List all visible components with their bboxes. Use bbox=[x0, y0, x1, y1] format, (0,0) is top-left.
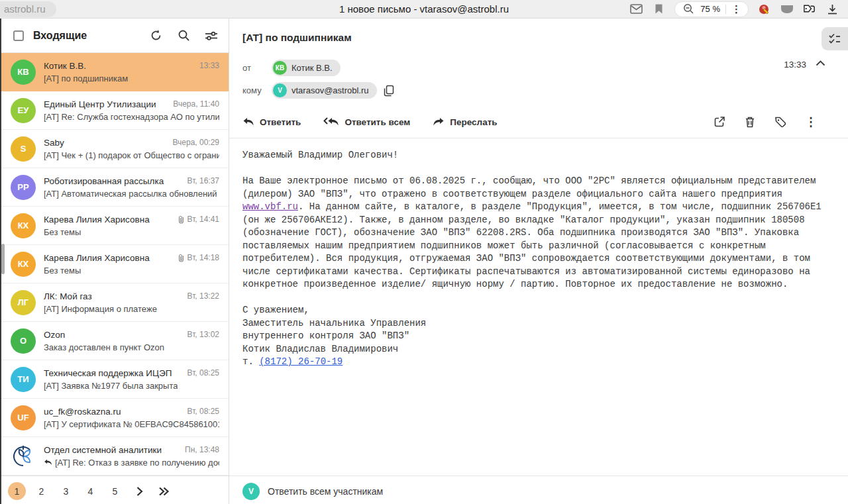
delete-icon[interactable] bbox=[743, 115, 757, 128]
sender-avatar: UF bbox=[11, 405, 36, 430]
email-time: Вт, 08:25 bbox=[187, 368, 219, 378]
email-time: Вт, 16:37 bbox=[187, 176, 219, 185]
page-zoom-control: 75 % ⋮ bbox=[674, 1, 749, 17]
quick-reply-bar[interactable]: V Ответить всем участникам bbox=[229, 476, 848, 504]
email-sender: Карева Лилия Харисовна bbox=[44, 253, 172, 263]
email-sender: uc_fk@roskazna.ru bbox=[44, 407, 182, 417]
mail-icon[interactable] bbox=[629, 3, 643, 16]
sender-avatar: O bbox=[11, 328, 36, 354]
email-time: Пн, 13:48 bbox=[185, 445, 219, 454]
sender-avatar: КХ bbox=[11, 252, 36, 277]
email-sender: Котик В.В. bbox=[44, 61, 194, 71]
message-subject: [АТ] по подшипникам bbox=[242, 32, 833, 44]
address-bar[interactable]: astrobl.ru bbox=[0, 1, 56, 17]
extension-tags-icon[interactable] bbox=[803, 3, 816, 16]
copy-address-icon[interactable] bbox=[384, 85, 394, 97]
forward-button[interactable]: Переслать bbox=[433, 117, 497, 127]
phone-link[interactable]: (8172) 26-70-19 bbox=[259, 356, 343, 367]
inbox-sidebar: Входящие КВ Котик В.В. bbox=[1, 19, 229, 504]
from-avatar: КВ bbox=[273, 61, 287, 75]
page-button-3[interactable]: 3 bbox=[57, 482, 75, 500]
reply-button[interactable]: Ответить bbox=[242, 117, 301, 127]
to-label: кому bbox=[242, 85, 272, 95]
from-row: от КВ Котик В.В. bbox=[242, 60, 784, 76]
filter-icon[interactable] bbox=[205, 29, 218, 42]
signature-line: Заместитель начальника Управления bbox=[242, 317, 825, 330]
bookmark-icon[interactable] bbox=[652, 3, 665, 16]
page-button-5[interactable]: 5 bbox=[106, 482, 124, 500]
message-header: [АТ] по подшипникам от КВ Котик В.В. ком… bbox=[229, 19, 848, 128]
sender-avatar bbox=[11, 444, 36, 469]
website-link[interactable]: www.vbf.ru bbox=[242, 201, 298, 212]
last-page-icon[interactable] bbox=[155, 482, 173, 500]
email-list-item[interactable]: ЕУ Единый Центр Утилизации Вчера, 11:40 … bbox=[1, 91, 229, 130]
browser-menu-icon[interactable]: ⋮ bbox=[731, 4, 741, 14]
list-scrollbar-thumb[interactable] bbox=[1, 244, 5, 274]
attachment-icon bbox=[178, 215, 185, 224]
email-sender: Отдел системной аналитики bbox=[44, 445, 180, 455]
email-list-item[interactable]: O Ozon Вт, 13:02 Заказ доставлен в пункт… bbox=[1, 322, 229, 360]
sender-avatar: КВ bbox=[11, 60, 36, 85]
email-time: Вт, 08:25 bbox=[187, 407, 219, 416]
email-subject: Без темы bbox=[44, 227, 81, 237]
page-button-1[interactable]: 1 bbox=[8, 482, 26, 500]
download-icon[interactable] bbox=[825, 3, 839, 16]
email-subject: [АТ] Информация о платеже bbox=[44, 304, 157, 314]
open-in-new-icon[interactable] bbox=[713, 115, 726, 128]
extension-antivirus-icon[interactable] bbox=[758, 3, 771, 16]
divider bbox=[725, 5, 726, 14]
greeting-line: Уважаемый Владимир Олегович! bbox=[242, 149, 825, 162]
zoom-level-label: 75 % bbox=[700, 4, 720, 14]
label-icon[interactable] bbox=[774, 115, 787, 128]
email-subject: [АТ] У сертификата № 0EFBAC9C8458610017.… bbox=[44, 419, 219, 429]
extension-mask-icon[interactable] bbox=[780, 3, 794, 16]
email-sender: ЛК: Мой газ bbox=[44, 291, 182, 301]
email-list-item[interactable]: ЛГ ЛК: Мой газ Вт, 13:22 [АТ] Информация… bbox=[1, 283, 229, 322]
folder-title: Входящие bbox=[33, 30, 140, 42]
sender-avatar: ЕУ bbox=[11, 98, 36, 123]
from-chip[interactable]: КВ Котик В.В. bbox=[272, 60, 341, 76]
sender-avatar: КХ bbox=[11, 213, 36, 238]
sender-avatar: ТИ bbox=[11, 367, 36, 392]
email-list-item[interactable]: КВ Котик В.В. 13:33 [АТ] по подшипникам bbox=[1, 53, 229, 91]
from-label: от bbox=[242, 63, 272, 73]
signature-line: внутреннего контроля ЗАО "ВПЗ" bbox=[242, 330, 825, 343]
email-sender: Роботизированная рассылка bbox=[44, 176, 182, 186]
email-list-item[interactable]: S Saby Вчера, 00:29 [АТ] Чек + (1) подар… bbox=[1, 130, 229, 168]
browser-window: astrobl.ru 1 новое письмо - vtarasov@ast… bbox=[0, 0, 848, 504]
sender-avatar: РР bbox=[11, 175, 36, 200]
email-list-item[interactable]: РР Роботизированная рассылка Вт, 16:37 [… bbox=[1, 168, 229, 207]
email-time: Вт, 13:02 bbox=[187, 330, 219, 339]
email-subject: [АТ] по подшипникам bbox=[44, 74, 128, 83]
email-subject: [АТ] Автоматическая рассылка обновлений … bbox=[44, 189, 219, 199]
collapse-message-icon[interactable] bbox=[816, 60, 825, 66]
signature-phone-line: т. (8172) 26-70-19 bbox=[242, 356, 825, 369]
refresh-icon[interactable] bbox=[149, 29, 162, 42]
email-sender: Saby bbox=[44, 138, 167, 148]
tasks-panel-button[interactable] bbox=[822, 27, 848, 50]
email-list: КВ Котик В.В. 13:33 [АТ] по подшипникам … bbox=[1, 53, 229, 476]
email-list-item[interactable]: UF uc_fk@roskazna.ru Вт, 08:25 [АТ] У се… bbox=[1, 399, 229, 437]
to-avatar: V bbox=[273, 83, 287, 97]
email-list-item[interactable]: ТИ Техническая поддержка ИЦЭП Вт, 08:25 … bbox=[1, 360, 229, 399]
browser-toolbar: 75 % ⋮ bbox=[629, 1, 848, 17]
email-subject: [АТ] Чек + (1) подарок от Общество с огр… bbox=[44, 150, 219, 160]
select-all-checkbox[interactable] bbox=[13, 30, 24, 41]
email-list-item[interactable]: КХ Карева Лилия Харисовна Вт, 14:41 Без … bbox=[1, 207, 229, 245]
more-actions-icon[interactable]: ⋮ bbox=[804, 115, 818, 128]
signature-line: С уважением, bbox=[242, 304, 825, 317]
reply-all-button[interactable]: Ответить всем bbox=[323, 117, 410, 127]
next-page-icon[interactable] bbox=[131, 482, 148, 500]
to-address: vtarasov@astrobl.ru bbox=[292, 85, 369, 95]
page-button-4[interactable]: 4 bbox=[81, 482, 99, 500]
page-button-2[interactable]: 2 bbox=[32, 482, 50, 500]
search-icon[interactable] bbox=[177, 29, 190, 42]
email-list-item[interactable]: КХ Карева Лилия Харисовна Вт, 14:18 Без … bbox=[1, 245, 229, 283]
email-time: Вт, 14:18 bbox=[187, 253, 219, 262]
email-list-item[interactable]: Отдел системной аналитики Пн, 13:48 [АТ]… bbox=[1, 437, 229, 476]
zoom-out-icon[interactable] bbox=[682, 3, 695, 16]
to-chip[interactable]: V vtarasov@astrobl.ru bbox=[272, 82, 377, 99]
email-time: 13:33 bbox=[199, 61, 219, 70]
email-subject: [АТ] Re: Служба гостехнадзора АО по утил… bbox=[44, 112, 219, 122]
message-actions: Ответить Ответить всем Переслать bbox=[242, 115, 833, 128]
